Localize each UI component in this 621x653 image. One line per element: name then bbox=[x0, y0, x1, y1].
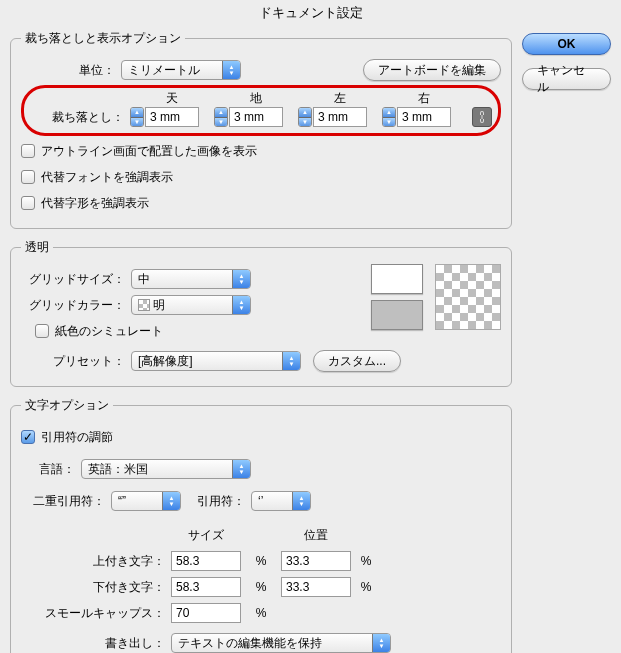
alt-font-label: 代替フォントを強調表示 bbox=[41, 169, 173, 186]
alt-glyph-label: 代替字形を強調表示 bbox=[41, 195, 149, 212]
ok-button[interactable]: OK bbox=[522, 33, 611, 55]
single-quote-label: 引用符： bbox=[181, 493, 251, 510]
link-icon bbox=[477, 111, 487, 123]
custom-button[interactable]: カスタム... bbox=[313, 350, 401, 372]
alt-glyph-checkbox[interactable] bbox=[21, 196, 35, 210]
swatch-white[interactable] bbox=[371, 264, 423, 294]
bleed-hdr-right: 右 bbox=[382, 90, 466, 107]
bleed-hdr-left: 左 bbox=[298, 90, 382, 107]
language-label: 言語： bbox=[21, 461, 81, 478]
bleed-hdr-bottom: 地 bbox=[214, 90, 298, 107]
size-header: サイズ bbox=[171, 527, 241, 544]
superscript-size-field[interactable]: 58.3 bbox=[171, 551, 241, 571]
bleed-left-stepper[interactable]: ▲▼ bbox=[298, 107, 312, 127]
smallcaps-field[interactable]: 70 bbox=[171, 603, 241, 623]
pct-label: % bbox=[351, 580, 381, 594]
subscript-label: 下付き文字： bbox=[21, 579, 171, 596]
bleed-label: 裁ち落とし： bbox=[30, 109, 130, 126]
grid-color-label: グリッドカラー： bbox=[21, 297, 131, 314]
bleed-bottom-field[interactable]: 3 mm bbox=[229, 107, 283, 127]
superscript-pos-field[interactable]: 33.3 bbox=[281, 551, 351, 571]
alt-font-checkbox[interactable] bbox=[21, 170, 35, 184]
position-header: 位置 bbox=[281, 527, 351, 544]
subscript-size-field[interactable]: 58.3 bbox=[171, 577, 241, 597]
bleed-hdr-top: 天 bbox=[130, 90, 214, 107]
single-quote-select[interactable]: ‘’ bbox=[251, 491, 311, 511]
pct-label: % bbox=[241, 554, 281, 568]
bleed-right-stepper[interactable]: ▲▼ bbox=[382, 107, 396, 127]
swatch-gray[interactable] bbox=[371, 300, 423, 330]
bleed-bottom-stepper[interactable]: ▲▼ bbox=[214, 107, 228, 127]
unit-label: 単位： bbox=[21, 62, 121, 79]
type-options-group: 文字オプション ✓ 引用符の調節 言語： 英語：米国 二重引用符： “” 引用符… bbox=[10, 397, 512, 653]
double-quote-select[interactable]: “” bbox=[111, 491, 181, 511]
subscript-pos-field[interactable]: 33.3 bbox=[281, 577, 351, 597]
type-options-legend: 文字オプション bbox=[21, 397, 113, 414]
transparency-legend: 透明 bbox=[21, 239, 53, 256]
language-select[interactable]: 英語：米国 bbox=[81, 459, 251, 479]
pct-label: % bbox=[241, 606, 281, 620]
smallcaps-label: スモールキャップス： bbox=[21, 605, 171, 622]
grid-size-select[interactable]: 中 bbox=[131, 269, 251, 289]
superscript-label: 上付き文字： bbox=[21, 553, 171, 570]
edit-artboards-button[interactable]: アートボードを編集 bbox=[363, 59, 501, 81]
export-label: 書き出し： bbox=[21, 635, 171, 652]
double-quote-label: 二重引用符： bbox=[21, 493, 111, 510]
grid-color-select[interactable]: 明 bbox=[131, 295, 251, 315]
grid-size-label: グリッドサイズ： bbox=[21, 271, 131, 288]
bleed-highlight: 天 地 左 右 裁ち落とし： ▲▼ 3 mm ▲▼ 3 mm bbox=[21, 85, 501, 136]
outline-images-checkbox[interactable] bbox=[21, 144, 35, 158]
bleed-right-field[interactable]: 3 mm bbox=[397, 107, 451, 127]
bleed-top-field[interactable]: 3 mm bbox=[145, 107, 199, 127]
preset-label: プリセット： bbox=[21, 353, 131, 370]
bleed-display-group: 裁ち落としと表示オプション 単位： ミリメートル アートボードを編集 天 地 左… bbox=[10, 30, 512, 229]
bleed-top-stepper[interactable]: ▲▼ bbox=[130, 107, 144, 127]
simulate-paper-label: 紙色のシミュレート bbox=[55, 323, 163, 340]
cancel-button[interactable]: キャンセル bbox=[522, 68, 611, 90]
pct-label: % bbox=[241, 580, 281, 594]
bleed-left-field[interactable]: 3 mm bbox=[313, 107, 367, 127]
outline-images-label: アウトライン画面で配置した画像を表示 bbox=[41, 143, 257, 160]
transparency-preview bbox=[435, 264, 501, 330]
bleed-display-legend: 裁ち落としと表示オプション bbox=[21, 30, 185, 47]
pct-label: % bbox=[351, 554, 381, 568]
bleed-link-button[interactable] bbox=[472, 107, 492, 127]
checker-icon bbox=[138, 299, 150, 311]
preset-select[interactable]: [高解像度] bbox=[131, 351, 301, 371]
quote-adjust-checkbox[interactable]: ✓ bbox=[21, 430, 35, 444]
export-select[interactable]: テキストの編集機能を保持 bbox=[171, 633, 391, 653]
unit-select[interactable]: ミリメートル bbox=[121, 60, 241, 80]
transparency-group: 透明 グリッドサイズ： 中 グリッドカラー： 明 bbox=[10, 239, 512, 387]
quote-adjust-label: 引用符の調節 bbox=[41, 429, 113, 446]
window-title: ドキュメント設定 bbox=[0, 0, 621, 30]
simulate-paper-checkbox[interactable] bbox=[35, 324, 49, 338]
